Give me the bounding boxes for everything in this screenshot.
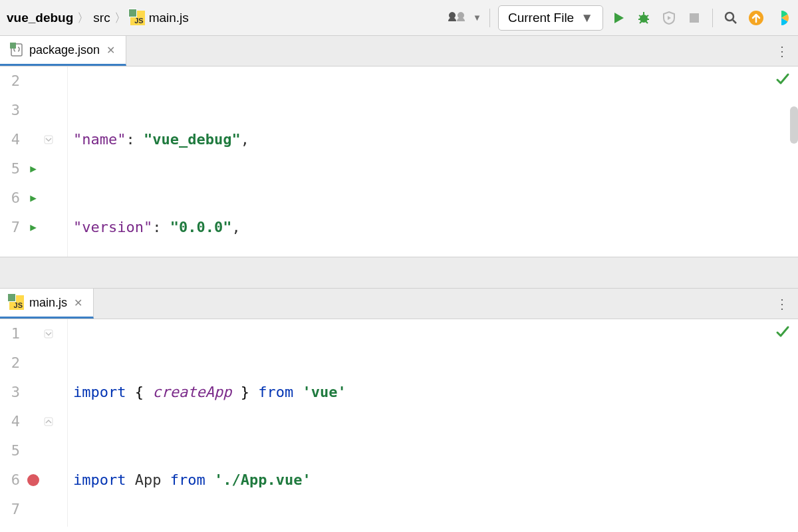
code-area[interactable]: import { createApp } from 'vue' import A… <box>68 319 798 527</box>
line-number: 3 <box>0 378 24 407</box>
toolbar-divider <box>712 9 713 27</box>
chevron-down-icon: ▼ <box>581 11 593 25</box>
tab-package-json[interactable]: package.json ✕ <box>0 36 126 66</box>
fold-toggle-icon[interactable] <box>43 329 55 338</box>
chevron-right-icon: 〉 <box>114 10 126 26</box>
stop-button[interactable] <box>684 8 704 28</box>
debug-button[interactable] <box>634 8 654 28</box>
gutter[interactable]: 2 3 4 5▶ 6▶ 7▶ <box>0 66 68 257</box>
chevron-right-icon: 〉 <box>77 10 89 26</box>
tab-more-button[interactable]: ⋮ <box>766 36 798 66</box>
breadcrumb-project[interactable]: vue_debug <box>7 11 73 25</box>
json-file-icon <box>9 43 24 57</box>
breadcrumb-file[interactable]: main.js <box>149 11 189 25</box>
update-button[interactable] <box>746 8 766 28</box>
line-number: 5 <box>0 436 24 466</box>
search-everywhere-button[interactable] <box>721 8 741 28</box>
editor-package-json[interactable]: 2 3 4 5▶ 6▶ 7▶ "name": "vue_debug", "ver… <box>0 66 798 257</box>
check-icon[interactable] <box>775 72 790 86</box>
run-button[interactable] <box>608 8 628 28</box>
line-number: 4 <box>0 407 24 436</box>
run-gutter-icon[interactable]: ▶ <box>24 154 43 184</box>
editor-main-js[interactable]: 1 2 3 4 5 6 7 import { createApp } from … <box>0 319 798 527</box>
svg-rect-6 <box>45 136 53 144</box>
line-number: 7 <box>0 213 24 242</box>
line-number: 4 <box>0 125 24 154</box>
line-number: 2 <box>0 348 24 378</box>
breadcrumb-folder[interactable]: src <box>93 11 110 25</box>
tab-main-js[interactable]: JS main.js ✕ <box>0 289 94 319</box>
tab-label: package.json <box>29 43 100 57</box>
svg-rect-7 <box>45 330 53 338</box>
line-number: 3 <box>0 96 24 125</box>
breakpoint-icon[interactable] <box>24 474 43 486</box>
ide-logo-icon[interactable] <box>771 8 791 28</box>
tab-label: main.js <box>29 296 67 310</box>
breadcrumb[interactable]: vue_debug 〉 src 〉 JS main.js <box>7 10 189 26</box>
svg-rect-5 <box>10 43 16 49</box>
editor-tabs-bottom: JS main.js ✕ ⋮ <box>0 289 798 319</box>
run-gutter-icon[interactable]: ▶ <box>24 184 43 213</box>
gutter[interactable]: 1 2 3 4 5 6 7 <box>0 319 68 527</box>
svg-rect-1 <box>690 13 699 23</box>
chevron-down-icon[interactable]: ▼ <box>473 13 481 23</box>
code-area[interactable]: "name": "vue_debug", "version": "0.0.0",… <box>68 66 798 257</box>
line-number: 5 <box>0 154 24 184</box>
js-file-icon: JS <box>130 11 145 25</box>
close-icon[interactable]: ✕ <box>105 43 116 58</box>
toolbar-divider <box>489 9 490 27</box>
run-configuration-selector[interactable]: Current File ▼ <box>498 5 603 31</box>
line-number: 6 <box>0 466 24 495</box>
line-number: 2 <box>0 66 24 96</box>
editor-tabs-top: package.json ✕ ⋮ <box>0 36 798 66</box>
navigation-toolbar: vue_debug 〉 src 〉 JS main.js ▼ Current F… <box>0 0 798 36</box>
line-number: 7 <box>0 495 24 524</box>
line-number: 6 <box>0 184 24 213</box>
svg-point-2 <box>726 13 733 21</box>
line-number: 1 <box>0 319 24 348</box>
run-gutter-icon[interactable]: ▶ <box>24 213 43 242</box>
tab-more-button[interactable]: ⋮ <box>766 289 798 319</box>
close-icon[interactable]: ✕ <box>72 295 84 311</box>
js-file-icon: JS <box>9 295 24 310</box>
svg-rect-8 <box>45 418 53 426</box>
run-configuration-label: Current File <box>508 11 574 25</box>
coverage-button[interactable] <box>659 8 679 28</box>
check-icon[interactable] <box>775 325 790 339</box>
fold-toggle-icon[interactable] <box>43 417 55 426</box>
code-with-me-icon[interactable] <box>448 8 467 28</box>
scrollbar-thumb[interactable] <box>790 106 798 144</box>
fold-toggle-icon[interactable] <box>43 135 55 144</box>
